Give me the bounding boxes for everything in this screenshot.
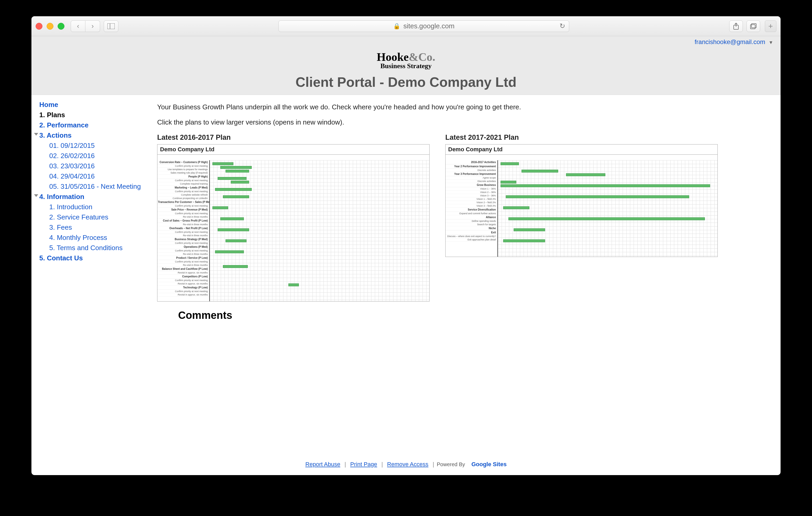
gantt-row-label: Sale Price – Revenue (P Med) (157, 208, 209, 212)
gantt-row-label: Cost of Sales – Gross Profit (P Low) (157, 219, 209, 223)
gantt-row-label: Conversion Rate – Customers (P High) (157, 160, 209, 164)
nav-actions-item[interactable]: 05. 31/05/2016 - Next Meeting (39, 182, 149, 192)
site-footer: Report Abuse | Print Page | Remove Acces… (31, 461, 781, 468)
gantt-row-label: Define spending needs (445, 219, 497, 223)
gantt-row-label: Expand and commit further actions (445, 212, 497, 215)
nav-performance[interactable]: 2. Performance (39, 120, 149, 130)
nav-actions[interactable]: 3. Actions (39, 130, 149, 140)
address-bar[interactable]: 🔒 sites.google.com ↻ (279, 21, 569, 32)
gantt-row-label: Confirm priority at next meeting (157, 260, 209, 264)
nav-contact[interactable]: 5. Contact Us (39, 253, 149, 263)
plan-2-title: Latest 2017-2021 Plan (445, 133, 718, 142)
nav-information-item[interactable]: 2. Service Features (39, 212, 149, 222)
gantt-row-label: Confirm priority at next meeting (157, 190, 209, 193)
gantt-row-label: Vision 2 – 36% (445, 191, 497, 194)
gantt-row-label: Re-visit in three months (157, 252, 209, 256)
plan-1-gantt-image[interactable]: Demo Company Ltd Conversion Rate – Custo… (157, 144, 430, 301)
close-window-button[interactable] (36, 23, 42, 30)
gantt-row-label: Discrete activities (445, 180, 497, 183)
gantt-row-label: Overheads – Net Profit (P Low) (157, 226, 209, 230)
footer-google-sites[interactable]: Google Sites (470, 461, 508, 467)
gantt-row-label: Operations (P Med) (157, 245, 209, 249)
chevron-down-icon[interactable] (34, 133, 38, 136)
sidebar-toggle-button[interactable] (104, 21, 118, 32)
fullscreen-window-button[interactable] (58, 23, 64, 30)
chevron-down-icon[interactable] (34, 194, 38, 197)
tabs-icon (750, 23, 757, 29)
logo-text-1: Hooke (377, 51, 409, 63)
nav-actions-item[interactable]: 03. 23/03/2016 (39, 161, 149, 171)
site-header: francishooke@gmail.com ▼ Hooke&Co. Busin… (31, 36, 781, 95)
nav-actions-item[interactable]: 04. 29/04/2016 (39, 171, 149, 182)
nav-information-item[interactable]: 5. Terms and Conditions (39, 243, 149, 253)
intro-text-1: Your Business Growth Plans underpin all … (157, 102, 770, 112)
nav-home[interactable]: Home (39, 100, 149, 110)
gantt-row-label: Complete required training (157, 182, 209, 186)
gantt-row-label: Confirm priority at next meeting (157, 230, 209, 234)
gantt-row-label: Search for targets (445, 223, 497, 226)
plan-2-gantt-image[interactable]: Demo Company Ltd 2016-2017 ActivitiesYea… (445, 144, 718, 257)
gantt-row-label: Vision 3 – 36% (445, 194, 497, 197)
gantt-row-label: Niche (445, 226, 497, 230)
intro-text-2: Click the plans to view larger versions … (157, 117, 770, 127)
gantt-row-label: Marketing – Leads (P Med) (157, 186, 209, 190)
gantt-row-label: Agree scope (445, 176, 497, 180)
tabs-button[interactable] (747, 21, 760, 32)
account-menu[interactable]: francishooke@gmail.com ▼ (695, 38, 773, 45)
nav-actions-item[interactable]: 01. 09/12/2015 (39, 140, 149, 151)
gantt-row-label: Confirm priority at next meeting (157, 164, 209, 168)
chevron-down-icon: ▼ (768, 40, 773, 45)
footer-print-page[interactable]: Print Page (349, 461, 379, 467)
gantt-row-label: Re-visit in three months (157, 215, 209, 219)
share-button[interactable] (729, 21, 743, 32)
gantt-row-label: Confirm priority at next meeting (157, 212, 209, 215)
footer-report-abuse[interactable]: Report Abuse (304, 461, 342, 467)
sidebar-nav: Home 1. Plans 2. Performance 3. Actions … (31, 95, 154, 455)
svg-rect-5 (752, 24, 756, 28)
nav-information-item[interactable]: 4. Monthly Process (39, 233, 149, 243)
gantt-row-label: Use templates to prepare for meetings (157, 168, 209, 171)
back-button[interactable]: ‹ (71, 21, 85, 32)
gantt-row-label: Confirm priority at next meeting (157, 249, 209, 252)
nav-information-item[interactable]: 1. Introduction (39, 202, 149, 212)
share-icon (733, 23, 740, 30)
gantt-row-label: Revisit in approx. six months (157, 271, 209, 274)
gantt-row-label: 2016-2017 Activities (445, 160, 497, 164)
gantt-row-label: Service Diversification (445, 208, 497, 212)
reload-button[interactable]: ↻ (559, 22, 565, 30)
gantt-row-label: Revisit in approx. six months (157, 293, 209, 297)
minimize-window-button[interactable] (47, 23, 53, 30)
gantt-row-label: Sales meeting role play (if required) (157, 171, 209, 174)
gantt-row-label: Competitors (P Low) (157, 274, 209, 279)
nav-plans[interactable]: 1. Plans (39, 110, 149, 120)
comments-heading: Comments (178, 309, 770, 321)
gantt-row-label: Complete website refresh (157, 193, 209, 197)
logo: Hooke&Co. Business Strategy (31, 48, 781, 72)
gantt-row-label: Business Strategy (P Med) (157, 237, 209, 242)
gantt-row-label: Confirm priority at next meeting (157, 204, 209, 208)
gantt-row-label: Re-visit in three months (157, 234, 209, 237)
toolbar-right: + (729, 21, 776, 32)
gantt-2-company: Demo Company Ltd (448, 146, 503, 153)
gantt-row-label: Exit (445, 230, 497, 235)
nav-information[interactable]: 4. Information (39, 192, 149, 202)
new-tab-button[interactable]: + (765, 21, 776, 32)
gantt-row-label: Product / Service (P Low) (157, 256, 209, 260)
nav-actions-item[interactable]: 02. 26/02/2016 (39, 151, 149, 161)
nav-information-item[interactable]: 3. Fees (39, 222, 149, 233)
footer-remove-access[interactable]: Remove Access (385, 461, 430, 467)
gantt-row-label: Vision 1 – 36% (445, 187, 497, 191)
logo-subtitle: Business Strategy (31, 62, 781, 70)
page-title: Client Portal - Demo Company Ltd (31, 72, 781, 94)
gantt-row-label: Vision 2 – field 2% (445, 201, 497, 204)
url-text: sites.google.com (403, 22, 455, 30)
sidebar-icon (107, 23, 115, 29)
plan-1-title: Latest 2016-2017 Plan (157, 133, 430, 142)
gantt-row-label: Confirm priority at next meeting (157, 242, 209, 245)
gantt-row-label: Year 3 Performance Improvement (445, 172, 497, 176)
gantt-row-label: Re-visit in three months (157, 223, 209, 226)
forward-button[interactable]: › (85, 21, 100, 32)
gantt-row-label: Discuss – where does exit aspect to curr… (445, 235, 497, 238)
gantt-row-label: Confirm priority at next meeting (157, 279, 209, 282)
gantt-row-label: Technology (P Low) (157, 286, 209, 290)
